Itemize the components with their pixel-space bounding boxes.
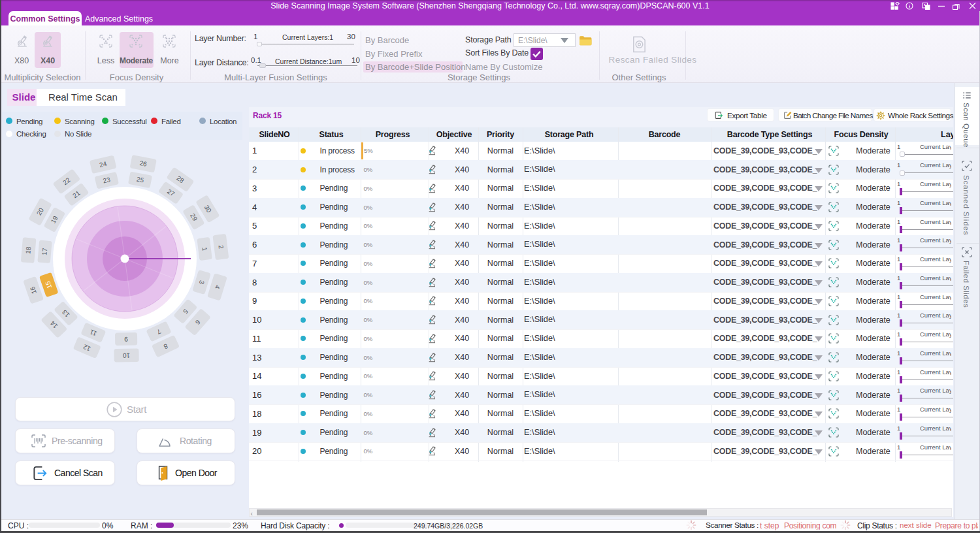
svg-text:18: 18 <box>24 246 32 254</box>
svg-text:17: 17 <box>41 248 48 255</box>
svg-text:9: 9 <box>124 336 128 343</box>
svg-text:10: 10 <box>123 352 131 359</box>
